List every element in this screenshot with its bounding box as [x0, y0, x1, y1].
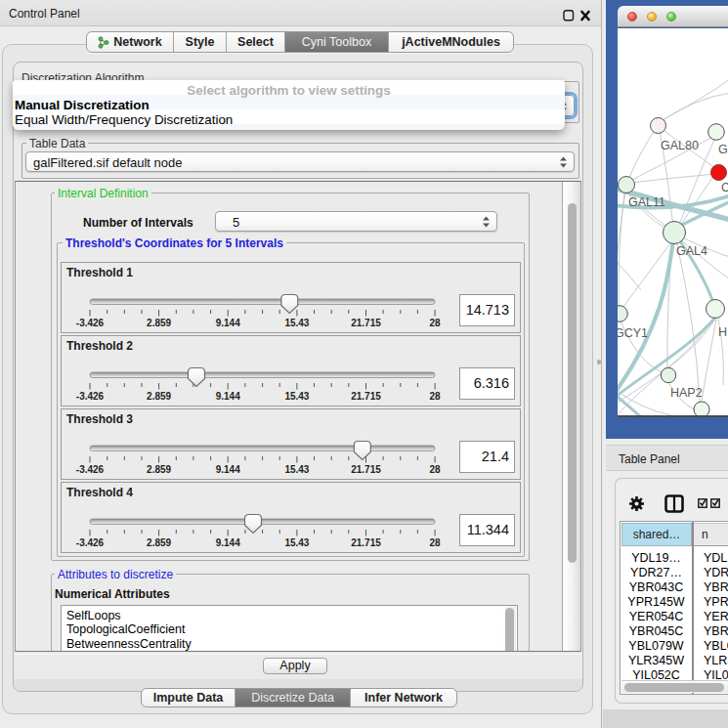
svg-text:-3.426: -3.426 — [76, 391, 105, 402]
svg-text:9.144: 9.144 — [216, 537, 240, 548]
svg-text:GAL4: GAL4 — [676, 244, 707, 258]
svg-text:28: 28 — [429, 537, 441, 548]
svg-text:9.144: 9.144 — [216, 464, 240, 475]
svg-text:21.715: 21.715 — [351, 318, 381, 328]
svg-text:-3.426: -3.426 — [76, 318, 105, 328]
svg-text:-3.426: -3.426 — [76, 464, 105, 475]
svg-text:HAP2: HAP2 — [670, 386, 703, 400]
svg-text:15.43: 15.43 — [284, 391, 309, 402]
svg-text:GA: GA — [718, 143, 728, 156]
svg-text:GCY1: GCY1 — [618, 326, 648, 340]
svg-text:15.43: 15.43 — [284, 537, 309, 548]
svg-text:2.859: 2.859 — [147, 391, 171, 402]
svg-text:21.715: 21.715 — [351, 391, 381, 402]
svg-text:2.859: 2.859 — [147, 464, 171, 475]
svg-text:-3.426: -3.426 — [76, 537, 105, 548]
svg-text:C: C — [721, 181, 728, 194]
svg-text:2.859: 2.859 — [147, 318, 171, 328]
svg-text:GAL11: GAL11 — [628, 195, 665, 209]
svg-text:28: 28 — [429, 391, 441, 402]
svg-text:GAL80: GAL80 — [661, 139, 699, 152]
svg-text:2.859: 2.859 — [147, 537, 171, 548]
svg-text:9.144: 9.144 — [216, 391, 240, 402]
svg-text:28: 28 — [429, 464, 441, 475]
svg-text:15.43: 15.43 — [284, 464, 309, 475]
svg-text:28: 28 — [429, 318, 441, 328]
svg-text:21.715: 21.715 — [351, 537, 381, 548]
svg-text:21.715: 21.715 — [351, 464, 381, 475]
svg-text:H: H — [718, 325, 727, 339]
svg-text:15.43: 15.43 — [284, 318, 309, 328]
svg-text:9.144: 9.144 — [216, 318, 240, 328]
